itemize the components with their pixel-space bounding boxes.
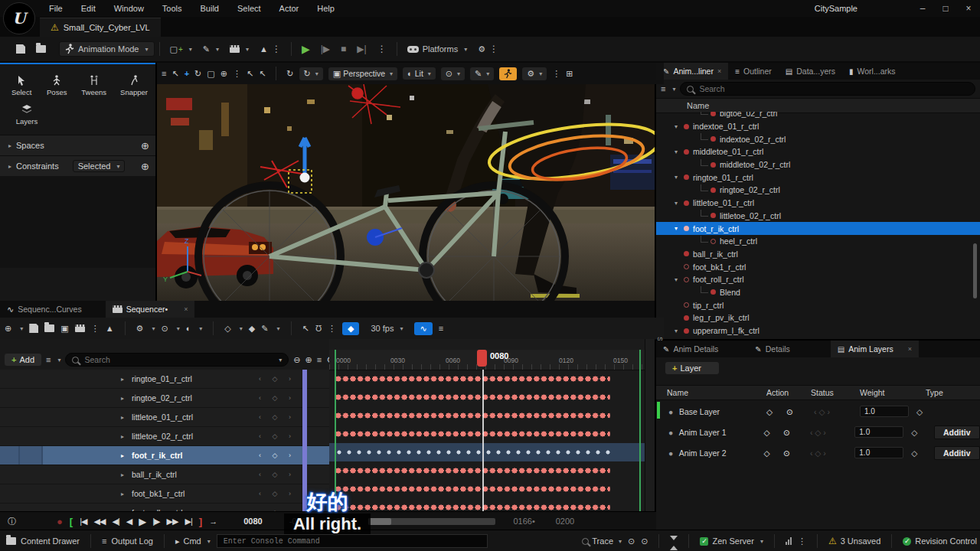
tool-snapper[interactable]: Snapper: [120, 75, 148, 96]
close-button[interactable]: ×: [957, 3, 980, 14]
animation-overlay-toggle[interactable]: [499, 67, 517, 80]
menu-file[interactable]: File: [40, 4, 72, 13]
dots-icon[interactable]: ⋮: [91, 324, 100, 334]
tree-row[interactable]: littletoe_02_r_ctrl: [656, 210, 980, 223]
level-tab[interactable]: ⚠ Small_City_Cyber_LVL: [40, 18, 161, 37]
snapshot-icon[interactable]: ⊙: [628, 536, 635, 546]
output-log-button[interactable]: ≡ Output Log: [102, 536, 153, 546]
unsaved-button[interactable]: ⚠ 3 Unsaved: [828, 536, 880, 546]
tool-layers[interactable]: Layers: [11, 104, 43, 126]
cmd-dropdown[interactable]: ▸ Cmd ▾: [175, 536, 211, 546]
select-action-icon[interactable]: ⊙: [783, 428, 810, 437]
constraints-section-header[interactable]: ▸ Constraints Selected ▾ ⊕: [0, 155, 155, 176]
tree-row[interactable]: leg_r_pv_ik_ctrl: [656, 311, 980, 324]
menu-actor[interactable]: Actor: [270, 4, 309, 13]
menu-build[interactable]: Build: [191, 4, 228, 13]
save-button[interactable]: [11, 43, 31, 55]
unreal-logo-icon[interactable]: U: [3, 2, 35, 34]
edit-select-icon[interactable]: ↖: [302, 324, 309, 334]
key-nav-icons[interactable]: ‹ ◇ ›: [259, 432, 296, 440]
weight-key-icon[interactable]: ◇: [916, 407, 939, 416]
playhead-marker[interactable]: [477, 350, 487, 367]
tree-row[interactable]: heel_r_ctrl: [656, 235, 980, 248]
editor-mode-dropdown[interactable]: Animation Mode ▾: [59, 41, 155, 57]
move-tool-icon[interactable]: +: [185, 69, 189, 78]
actions-wrench-icon[interactable]: ⚙: [136, 324, 144, 334]
search-input[interactable]: [697, 83, 969, 94]
chevron-down-icon[interactable]: ▾: [177, 325, 180, 332]
timeline-ruler[interactable]: 0000 0030 0060 0090 0120 0150: [329, 350, 645, 370]
console-input[interactable]: [222, 536, 482, 546]
rotation-snap-icon[interactable]: ↻: [286, 69, 293, 79]
chevron-down-icon[interactable]: ▾: [199, 325, 202, 332]
bookmark-trace-icon[interactable]: ⊙: [641, 536, 648, 546]
fps-dropdown[interactable]: 30 fps ▾: [365, 322, 408, 334]
hourglass-icon[interactable]: [670, 536, 678, 544]
autokey-icon[interactable]: ◆: [249, 324, 255, 334]
playback-options-icon[interactable]: ◐: [186, 324, 191, 333]
close-tab-icon[interactable]: ×: [908, 345, 912, 353]
world-space-icon[interactable]: ⊕: [220, 69, 227, 79]
console-command-box[interactable]: [217, 534, 488, 548]
revision-control-dropdown[interactable]: ✓ Revision Control ▾: [903, 536, 980, 546]
key-nav-icons[interactable]: ‹ ◇ ›: [259, 394, 296, 402]
settings-button[interactable]: ⚙ ⋮: [472, 43, 504, 56]
menu-edit[interactable]: Edit: [72, 4, 105, 13]
viewport-options-icon[interactable]: ≡: [162, 69, 166, 78]
weight-key-icon[interactable]: ◇: [911, 448, 933, 458]
expand-icon[interactable]: ▾: [675, 148, 682, 155]
tab-anim-layers[interactable]: ▤ Anim Layers ×: [831, 341, 919, 357]
layer-radio[interactable]: ●: [668, 448, 679, 458]
chevron-down-icon[interactable]: ▾: [277, 325, 280, 332]
add-constraint-button[interactable]: ⊕: [141, 161, 149, 172]
outliner-name-header[interactable]: Name: [656, 98, 980, 113]
layer-radio[interactable]: ●: [668, 407, 679, 416]
select-tool-icon[interactable]: ↖: [172, 69, 178, 79]
expand-icon[interactable]: ⊕: [305, 355, 312, 365]
add-actor-button[interactable]: ▢ + ▾: [165, 43, 198, 56]
tool-tweens[interactable]: Tweens: [81, 75, 106, 96]
zen-server-dropdown[interactable]: ✓ Zen Server ▾: [700, 536, 763, 546]
tree-row[interactable]: ▾foot_roll_r_ctrl: [656, 273, 980, 286]
viewport-scene[interactable]: Z Y: [157, 84, 655, 301]
tool-select[interactable]: Select: [11, 75, 32, 96]
keyframe-row[interactable]: [329, 461, 645, 480]
expand-icon[interactable]: ▾: [675, 200, 682, 207]
outliner-search[interactable]: [680, 82, 975, 96]
dots-icon[interactable]: ⋮: [798, 536, 806, 546]
constraints-filter-dropdown[interactable]: Selected ▾: [73, 160, 126, 172]
tree-row[interactable]: tip_r_ctrl: [656, 298, 980, 311]
keyframes[interactable]: [335, 409, 610, 422]
tab-sequencer[interactable]: Sequencer• ×: [106, 301, 195, 318]
tree-row[interactable]: ▾upperarm_l_fk_ctrl: [656, 324, 980, 337]
outliner-columns-icon[interactable]: ≡: [439, 324, 443, 333]
tree-row-selected[interactable]: ▾foot_r_ik_ctrl: [656, 222, 980, 235]
weight-key-icon[interactable]: ◇: [911, 428, 933, 437]
blueprints-button[interactable]: ✎ ▾: [198, 43, 224, 56]
key-all-toggle[interactable]: ◆: [342, 322, 359, 335]
track-row[interactable]: ▸ball_r_ik_ctrl‹ ◇ ›: [0, 465, 329, 484]
tree-row[interactable]: ball_r_ik_ctrl: [656, 248, 980, 261]
key-nav-icons[interactable]: ‹ ◇ ›: [259, 452, 296, 459]
tab-data-layers[interactable]: ▤ Data...yers: [779, 63, 842, 80]
expand-icon[interactable]: ▸: [121, 414, 124, 421]
track-row[interactable]: ▸littletoe_01_r_ctrl‹ ◇ ›: [0, 408, 329, 427]
world-dropdown-icon[interactable]: ⊕: [5, 324, 11, 334]
key-nav-icons[interactable]: ‹ ◇ ›: [259, 471, 296, 478]
outliner-scrollbar[interactable]: [973, 243, 977, 298]
expand-icon[interactable]: ▾: [675, 174, 682, 181]
layer-radio[interactable]: ●: [668, 428, 679, 437]
edit-pen-icon[interactable]: ✎: [261, 324, 268, 334]
keyframes[interactable]: [335, 373, 610, 385]
dots-icon[interactable]: ⋮: [233, 69, 241, 79]
keyframes[interactable]: [335, 446, 610, 458]
spaces-section-header[interactable]: ▸ Spaces ⊕: [0, 135, 155, 155]
layer-row[interactable]: ● Base Layer ◇ ⊙ ‹ ◇ › ◇: [656, 401, 980, 422]
chevron-down-icon[interactable]: ▾: [20, 325, 23, 332]
expand-icon[interactable]: ▾: [675, 276, 682, 283]
surface-snap-icon[interactable]: ↖: [247, 69, 253, 79]
select-action-icon[interactable]: ⊙: [783, 448, 810, 458]
dots-icon[interactable]: ⋮: [328, 324, 336, 334]
key-nav-icons[interactable]: ‹ ◇ ›: [259, 413, 296, 421]
playback-range-end[interactable]: [639, 350, 641, 511]
